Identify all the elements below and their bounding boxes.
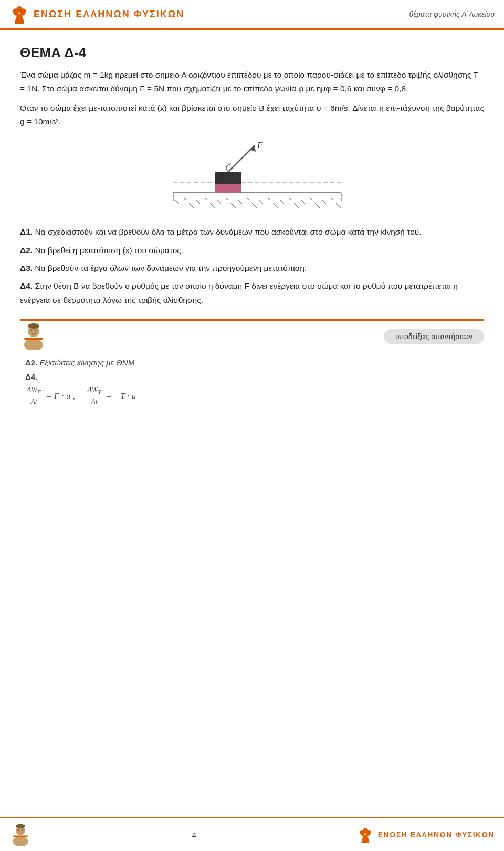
logo-icon xyxy=(9,4,29,24)
svg-line-7 xyxy=(184,198,194,208)
footer-avatar-icon xyxy=(9,824,32,846)
svg-line-20 xyxy=(320,198,331,208)
svg-marker-26 xyxy=(249,145,256,152)
svg-point-30 xyxy=(24,339,43,350)
svg-line-9 xyxy=(205,198,215,208)
formula-eq1: = F · u , xyxy=(46,388,75,405)
svg-line-13 xyxy=(247,198,257,208)
question-delta4: Δ4. Στην θέση Β να βρεθούν ο ρυθμός με τ… xyxy=(20,279,484,307)
svg-point-32 xyxy=(35,330,37,332)
intro-paragraph-1: Ένα σώμα μάζας m = 1kg ηρεμεί στο σημείο… xyxy=(20,68,484,96)
svg-line-11 xyxy=(226,198,236,208)
hint-delta4-label: Δ4. xyxy=(25,372,37,381)
svg-line-16 xyxy=(278,198,289,208)
hint-delta2-item: Δ2. Εξισώσεις κίνησης με ΘΝΜ xyxy=(25,355,484,370)
svg-line-10 xyxy=(215,198,226,208)
hint-delta2-text: Εξισώσεις κίνησης με ΘΝΜ xyxy=(39,358,134,367)
svg-line-21 xyxy=(331,198,341,208)
svg-point-36 xyxy=(13,836,28,846)
page-number: 4 xyxy=(32,831,357,839)
svg-line-17 xyxy=(289,198,299,208)
svg-rect-34 xyxy=(24,338,43,340)
fraction-1: ΔWF Δt xyxy=(25,386,43,407)
question-delta2: Δ2. Να βρεθεί η μετατόπιση (x) του σώματ… xyxy=(20,244,484,257)
question-delta3: Δ3. Να βρεθούν τα έργα όλων των δυνάμεων… xyxy=(20,261,484,275)
frac2-numerator: ΔWT xyxy=(86,386,102,397)
svg-line-18 xyxy=(299,198,310,208)
svg-line-8 xyxy=(194,198,205,208)
frac1-denominator: Δt xyxy=(29,397,38,407)
fraction-2: ΔWT Δt xyxy=(86,386,102,407)
question-delta1: Δ1. Να σχεδιαστούν και να βρεθούν όλα τα… xyxy=(20,225,484,239)
delta1-text: Να σχεδιαστούν και να βρεθούν όλα τα μέτ… xyxy=(35,227,421,236)
svg-point-31 xyxy=(31,330,33,332)
svg-line-15 xyxy=(268,198,278,208)
frac1-numerator: ΔWF xyxy=(25,386,43,397)
svg-line-14 xyxy=(257,198,268,208)
hints-label: υποδείξεις απαντήσεων xyxy=(384,329,484,344)
svg-line-12 xyxy=(236,198,247,208)
physics-diagram: F φ xyxy=(20,140,484,214)
svg-point-33 xyxy=(28,323,39,329)
hint-delta4-item: Δ4. ΔWF Δt = F · u , ΔWT Δt = −T · u xyxy=(25,370,484,407)
page-header: ΕΝΩΣΗ ΕΛΛΗΝΩΝ ΦΥΣΙΚΩΝ θέματα φυσικής Α΄Λ… xyxy=(0,0,504,30)
header-subtitle: θέματα φυσικής Α΄Λυκείου xyxy=(410,10,495,18)
delta4-label: Δ4. xyxy=(20,281,33,290)
org-name: ΕΝΩΣΗ ΕΛΛΗΝΩΝ ΦΥΣΙΚΩΝ xyxy=(34,9,184,20)
delta1-label: Δ1. xyxy=(20,227,33,236)
delta3-text: Να βρεθούν τα έργα όλων των δυνάμεων για… xyxy=(35,264,307,272)
main-content: ΘΕΜΑ Δ-4 Ένα σώμα μάζας m = 1kg ηρεμεί σ… xyxy=(0,30,504,449)
hints-header: υποδείξεις απαντήσεων xyxy=(20,323,484,350)
svg-line-19 xyxy=(310,198,320,208)
svg-line-6 xyxy=(173,198,184,208)
frac2-denominator: Δt xyxy=(90,397,99,407)
diagram-svg: F φ xyxy=(142,140,362,214)
svg-text:F: F xyxy=(257,140,263,150)
formula-line: ΔWF Δt = F · u , ΔWT Δt = −T · u xyxy=(25,386,484,407)
footer-org: ΕΝΩΣΗ ΕΛΛΗΝΩΝ ΦΥΣΙΚΩΝ xyxy=(357,826,495,843)
delta2-text: Να βρεθεί η μετατόπιση (x) του σώματος. xyxy=(35,246,183,255)
svg-point-38 xyxy=(22,829,23,831)
org-logo: ΕΝΩΣΗ ΕΛΛΗΝΩΝ ΦΥΣΙΚΩΝ xyxy=(9,4,184,24)
hint-delta2-label: Δ2. xyxy=(25,358,37,367)
page-footer: 4 ΕΝΩΣΗ ΕΛΛΗΝΩΝ ΦΥΣΙΚΩΝ xyxy=(0,817,504,851)
intro-paragraph-2: Όταν το σώμα έχει με-τατοπιστεί κατά (x)… xyxy=(20,101,484,129)
delta3-label: Δ3. xyxy=(20,264,33,272)
hints-avatar-icon xyxy=(20,323,47,350)
svg-point-39 xyxy=(16,824,25,828)
svg-point-37 xyxy=(18,829,19,831)
theme-title: ΘΕΜΑ Δ-4 xyxy=(20,45,484,61)
formula-eq2: = −T · u xyxy=(106,388,136,405)
footer-logo-icon xyxy=(357,826,374,843)
hints-content: Δ2. Εξισώσεις κίνησης με ΘΝΜ Δ4. ΔWF Δt … xyxy=(20,355,484,407)
delta2-label: Δ2. xyxy=(20,246,33,255)
svg-rect-24 xyxy=(215,184,242,193)
svg-rect-40 xyxy=(13,836,28,837)
svg-text:φ: φ xyxy=(219,170,224,179)
footer-org-name: ΕΝΩΣΗ ΕΛΛΗΝΩΝ ΦΥΣΙΚΩΝ xyxy=(378,831,495,839)
delta4-text: Στην θέση Β να βρεθούν ο ρυθμός με τον ο… xyxy=(20,281,458,304)
hints-section: υποδείξεις απαντήσεων Δ2. Εξισώσεις κίνη… xyxy=(20,319,484,407)
